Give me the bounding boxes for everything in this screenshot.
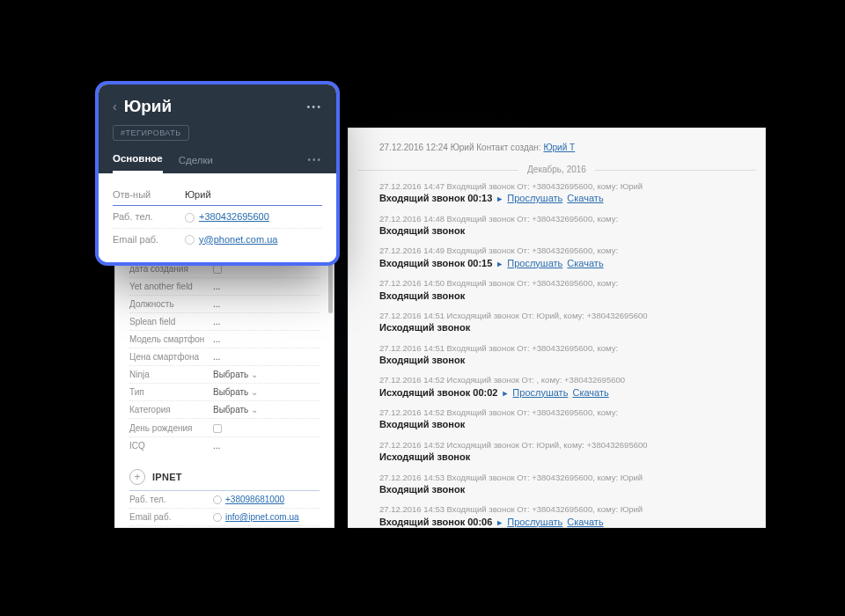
field-value[interactable]: ... [213,441,220,451]
tabs-more-icon[interactable]: ••• [307,155,322,172]
owner-row: Отв-ный Юрий [113,184,322,206]
contact-field-row: Должность... [129,296,320,313]
log-entry-title: Входящий звонок [379,290,749,303]
add-company-icon[interactable]: + [129,469,145,485]
linked-company-block: + IPNET Раб. тел.+38098681000Email раб.i… [115,464,334,528]
company-name[interactable]: IPNET [152,472,182,482]
log-month-label: Декабрь, 2016 [518,165,595,174]
field-label: Категория [129,405,213,414]
log-entry-title: Входящий звонок 00:15►Прослушать Скачать [379,257,749,270]
phone-icon [185,213,195,223]
log-entry-title: Входящий звонок [379,224,749,238]
work-phone-value[interactable]: +380432695600 [185,211,269,223]
scrollbar-thumb[interactable] [328,260,333,313]
contact-field-row: Модель смартфон... [129,331,320,348]
log-entry: 27.12.2016 14:51 Входящий звонок От: +38… [379,343,749,368]
work-email-label: Email раб. [113,234,185,245]
download-link[interactable]: Скачать [567,193,603,203]
log-entry-title: Исходящий звонок [379,451,749,464]
log-entry-title: Входящий звонок 00:06►Прослушать Скачать [379,516,749,528]
field-label: Модель смартфон [129,334,213,344]
play-icon[interactable]: ► [496,260,503,268]
back-icon[interactable]: ‹ [113,99,117,114]
field-value[interactable]: ... [213,299,220,309]
log-entry-meta: 27.12.2016 14:51 Входящий звонок От: +38… [379,343,749,354]
log-created-line: 27.12.2016 12:24 Юрий Контакт создан: Юр… [349,128,765,161]
log-created-prefix: 27.12.2016 12:24 Юрий Контакт создан: [379,143,543,152]
field-select[interactable]: Выбрать [213,370,258,379]
contact-field-row: Yet another field... [129,278,320,296]
field-label: Yet another field [129,282,213,291]
field-select[interactable]: Выбрать [213,387,258,397]
log-entry: 27.12.2016 14:52 Исходящий звонок От: Юр… [379,440,749,465]
contact-field-row: ТипВыбрать [129,384,320,401]
contact-field-row: День рождения [129,419,320,436]
contact-field-row: КатегорияВыбрать [129,401,320,419]
field-value[interactable]: ... [213,334,220,344]
contact-detail-panel: дата созданияYet another field...Должнос… [114,224,334,528]
log-entry: 27.12.2016 14:49 Входящий звонок От: +38… [379,246,749,270]
listen-link[interactable]: Прослушать [507,193,562,203]
work-email-row: Email раб. y@phonet.com.ua [113,229,322,251]
tab-deals[interactable]: Сделки [179,155,213,172]
download-link[interactable]: Скачать [572,387,608,398]
listen-link[interactable]: Прослушать [512,387,568,398]
log-entry: 27.12.2016 14:47 Входящий звонок От: +38… [379,181,749,206]
log-entry-meta: 27.12.2016 14:52 Исходящий звонок От: , … [379,375,749,385]
contact-card: ‹ Юрий ••• #ТЕГИРОВАТЬ Основное Сделки •… [95,81,340,266]
field-select[interactable]: Выбрать [213,405,258,414]
calendar-icon [213,424,222,433]
log-entry-meta: 27.12.2016 14:53 Входящий звонок От: +38… [379,473,749,483]
field-label: День рождения [129,423,213,433]
company-fields-list: Раб. тел.+38098681000Email раб.info@ipne… [129,491,320,528]
log-entry-meta: 27.12.2016 14:52 Входящий звонок От: +38… [379,407,749,418]
field-value[interactable]: ... [213,317,220,326]
log-entry-title: Исходящий звонок 00:02►Прослушать Скачат… [379,386,749,400]
contact-method-icon [213,513,222,522]
log-entry-meta: 27.12.2016 14:53 Входящий звонок От: +38… [379,504,749,515]
play-icon[interactable]: ► [496,194,503,203]
work-email-value[interactable]: y@phonet.com.ua [185,234,277,246]
owner-label: Отв-ный [113,189,185,200]
log-entry-title: Входящий звонок [379,354,749,367]
log-entry: 27.12.2016 14:53 Входящий звонок От: +38… [379,504,749,528]
owner-value[interactable]: Юрий [185,189,211,200]
card-more-icon[interactable]: ••• [306,101,322,112]
field-value[interactable] [213,422,225,432]
tab-main[interactable]: Основное [113,153,163,173]
field-label: Цена смартфона [129,352,213,362]
contact-method-icon [213,495,222,504]
play-icon[interactable]: ► [501,389,509,398]
tag-button[interactable]: #ТЕГИРОВАТЬ [113,125,189,141]
log-created-contact-link[interactable]: Юрий Т [543,143,575,152]
calendar-icon [213,265,222,274]
field-value[interactable]: +38098681000 [213,495,284,504]
download-link[interactable]: Скачать [567,258,603,268]
field-value[interactable]: ... [213,352,220,362]
field-label: Раб. тел. [129,495,213,504]
field-label: Splean field [129,317,213,326]
contact-tabs: Основное Сделки ••• [113,153,322,173]
work-phone-label: Раб. тел. [113,211,185,222]
log-entry: 27.12.2016 14:52 Исходящий звонок От: , … [379,375,749,400]
field-value[interactable]: info@ipnet.com.ua [213,512,299,522]
work-phone-row: Раб. тел. +380432695600 [113,206,322,229]
contact-title: Юрий [124,97,300,116]
log-entry: 27.12.2016 14:48 Входящий звонок От: +38… [379,214,749,238]
listen-link[interactable]: Прослушать [507,517,562,527]
log-entry-list: 27.12.2016 14:47 Входящий звонок От: +38… [349,181,765,528]
log-entry-meta: 27.12.2016 14:47 Входящий звонок От: +38… [379,181,749,192]
field-label: Должность [129,299,213,309]
log-entry-meta: 27.12.2016 14:52 Исходящий звонок От: Юр… [379,440,749,451]
play-icon[interactable]: ► [496,518,503,527]
listen-link[interactable]: Прослушать [507,258,562,268]
field-label: ICQ [129,441,213,451]
download-link[interactable]: Скачать [567,517,603,527]
contact-field-row: ICQ... [129,437,320,455]
company-field-row: Web... [129,526,320,528]
field-value[interactable]: ... [213,282,220,291]
log-entry: 27.12.2016 14:52 Входящий звонок От: +38… [379,407,749,432]
log-entry-meta: 27.12.2016 14:51 Исходящий звонок От: Юр… [379,311,749,321]
log-entry: 27.12.2016 14:53 Входящий звонок От: +38… [379,473,749,497]
contact-card-body: Отв-ный Юрий Раб. тел. +380432695600 Ema… [99,173,336,262]
